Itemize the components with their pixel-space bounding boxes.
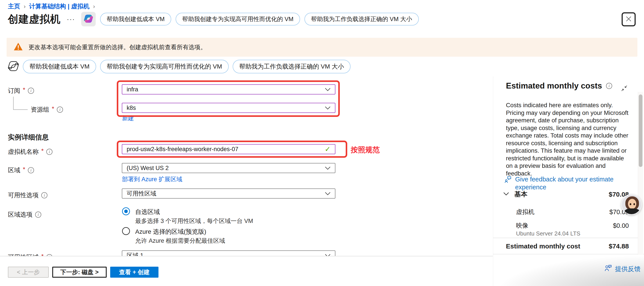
info-icon[interactable]: i [46,254,52,256]
copilot-outline-icon [8,61,19,73]
radio-azure-selected-zones-desc: 允许 Azure 根据需要分配最佳区域 [135,237,225,245]
panel-description: Costs indicated here are estimates only.… [506,102,632,177]
info-icon[interactable]: i [606,83,612,89]
info-icon[interactable]: i [35,211,41,218]
helper-button-high-availability[interactable]: 帮助我创建专为实现高可用性而优化的 VM [176,13,300,26]
total-cost-row: Estimated monthly cost $74.88 [506,242,629,250]
close-button[interactable] [622,12,636,26]
page-title: 创建虚拟机 [8,12,60,26]
info-icon[interactable]: i [41,192,48,198]
resource-group-label: 资源组 * i [31,105,63,114]
create-vm-page: 主页 › 计算基础结构 | 虚拟机 › 创建虚拟机 ··· 帮助我创建低成本 V… [0,0,644,286]
cost-group-label: 基本 [514,190,528,199]
helper-button-vm-size[interactable]: 帮助我为工作负载选择正确的 VM 大小 [304,13,419,26]
scrollbar-thumb[interactable] [639,94,642,167]
region-label: 区域 * i [8,166,34,174]
availability-zone-label: 可用性区域 * i [8,253,52,256]
previous-button[interactable]: < 上一步 [8,267,49,278]
availability-zone-dropdown[interactable]: 区域 1 [122,250,336,256]
avatar-face [628,199,636,209]
feedback-bubbles-icon [504,175,512,191]
vertical-scrollbar[interactable] [638,92,643,255]
chevron-right-icon: › [93,3,95,10]
zone-options-label: 区域选项 i [8,210,41,219]
instance-details-title: 实例详细信息 [8,133,49,142]
assistant-avatar[interactable] [621,194,642,215]
info-icon[interactable]: i [46,149,52,155]
radio-self-selected-zones[interactable] [122,207,130,215]
page-feedback-link[interactable]: 提供反馈 [604,264,640,274]
availability-options-dropdown[interactable]: 可用性区域 [122,188,336,199]
next-disks-button[interactable]: 下一步: 磁盘 > [52,267,107,278]
cost-item-image: 映像 $0.00 [516,221,629,230]
copilot-button[interactable] [81,12,96,26]
vm-name-input[interactable]: prod-usw2-k8s-freeleaps-worker-nodes-07 … [122,144,336,154]
chevron-down-icon [325,165,330,172]
helper-button-low-cost[interactable]: 帮助我创建低成本 VM [100,13,171,26]
chevron-down-icon [503,192,509,197]
chevron-down-icon [325,86,330,93]
feedback-person-icon [604,264,612,274]
overflow-menu-icon[interactable]: ··· [67,15,75,23]
suggestion-high-availability[interactable]: 帮助我创建专为实现高可用性而优化的 VM [100,60,229,73]
cost-item-image-sub: Ubuntu Server 24.04 LTS [516,230,580,237]
total-amount: $74.88 [609,242,629,250]
suggestion-vm-size[interactable]: 帮助我为工作负载选择正确的 VM 大小 [233,60,351,73]
panel-title: Estimated monthly costs [506,81,602,91]
create-new-resource-group-link[interactable]: 新建 [122,114,134,122]
breadcrumb-compute-vm[interactable]: 计算基础结构 | 虚拟机 [29,2,90,11]
annotation-text: 按照规范 [351,145,380,155]
vm-name-label: 虚拟机名称 * i [8,148,52,156]
wizard-footer: < 上一步 下一步: 磁盘 > 查看 + 创建 [8,267,158,278]
extended-zones-link[interactable]: 部署到 Azure 扩展区域 [122,175,182,183]
tree-connector-horizontal [13,109,28,110]
avatar-eye [630,203,631,205]
warning-text: 更改基本选项可能会重置所做的选择。创建虚拟机前查看所有选项。 [28,43,206,51]
copilot-icon [84,14,93,24]
radio-self-selected-zones-desc: 最多选择 3 个可用性区域，每个区域一台 VM [135,217,253,225]
review-create-button[interactable]: 查看 + 创建 [110,267,158,278]
chevron-down-icon [325,105,330,111]
cost-item-vm: 虚拟机 $70.08 [516,208,629,216]
basics-form: 订阅 * i infra 资源组 * i k8s 新建 实例详细信息 虚拟机名称… [0,77,493,256]
estimate-feedback-link[interactable]: Give feedback about your estimate experi… [504,175,632,191]
chevron-down-icon [325,190,330,197]
estimated-costs-panel: Estimated monthly costs i Costs indicate… [493,77,638,286]
valid-checkmark-icon: ✓ [325,145,330,153]
copilot-suggestions: 帮助我创建低成本 VM 帮助我创建专为实现高可用性而优化的 VM 帮助我为工作负… [8,60,350,73]
panel-header: Estimated monthly costs i [506,81,612,91]
info-icon[interactable]: i [28,167,34,173]
close-icon [625,15,632,23]
required-marker: * [41,147,44,154]
required-marker: * [23,86,25,93]
resource-group-dropdown[interactable]: k8s [122,103,336,113]
radio-azure-selected-zones[interactable] [122,227,130,235]
info-icon[interactable]: i [57,107,63,113]
warning-banner: 更改基本选项可能会重置所做的选择。创建虚拟机前查看所有选项。 [6,38,638,57]
panel-divider [493,254,644,254]
chevron-down-icon [325,252,330,256]
radio-azure-selected-zones-label[interactable]: Azure 选择的区域(预览版) [135,227,206,236]
warning-icon [14,42,23,52]
panel-divider [493,238,638,238]
cost-group-basic[interactable]: 基本 $70.08 [503,190,629,199]
suggestion-low-cost[interactable]: 帮助我创建低成本 VM [23,60,96,73]
radio-self-selected-zones-label[interactable]: 自选区域 [135,208,160,216]
breadcrumb: 主页 › 计算基础结构 | 虚拟机 › [8,2,95,11]
chevron-right-icon: › [24,3,26,10]
required-marker: * [23,166,25,173]
page-header: 创建虚拟机 ··· 帮助我创建低成本 VM 帮助我创建专为实现高可用性而优化的 … [8,12,419,27]
avatar-eye [634,203,635,205]
collapse-panel-icon[interactable] [620,84,628,93]
availability-options-label: 可用性选项 i [8,191,48,199]
footer-divider [0,256,493,256]
subscription-dropdown[interactable]: infra [122,84,336,94]
region-dropdown[interactable]: (US) West US 2 [122,163,336,173]
tree-connector-vertical [13,97,14,110]
breadcrumb-home[interactable]: 主页 [8,2,20,11]
cost-item-amount: $0.00 [613,222,629,229]
required-marker: * [52,105,54,112]
info-icon[interactable]: i [28,88,34,94]
subscription-label: 订阅 * i [8,87,34,95]
required-marker: * [41,253,44,256]
